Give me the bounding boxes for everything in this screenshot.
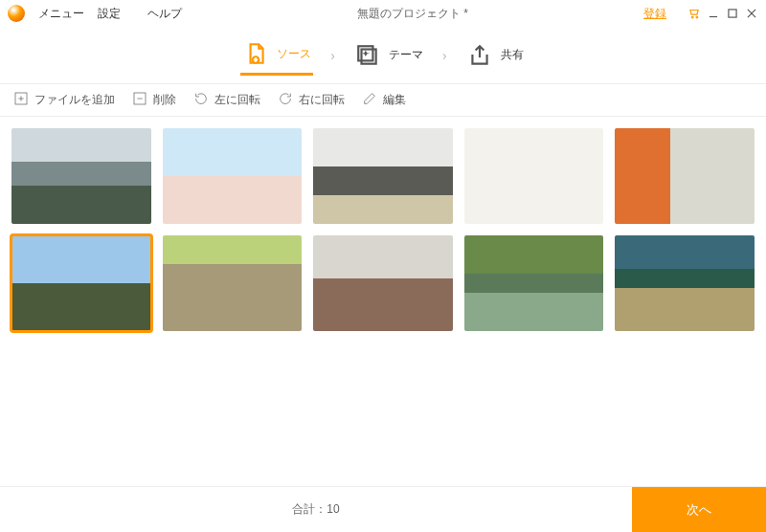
menu-settings[interactable]: 設定	[98, 6, 121, 22]
step-theme[interactable]: テーマ	[352, 36, 425, 75]
theme-icon	[354, 42, 381, 69]
share-icon	[466, 42, 493, 69]
add-files-button[interactable]: ファイルを追加	[13, 91, 115, 109]
edit-button[interactable]: 編集	[362, 91, 406, 109]
thumbnail[interactable]	[615, 128, 755, 224]
menu-menu[interactable]: メニュー	[38, 6, 84, 22]
thumbnail[interactable]	[313, 235, 453, 331]
thumbnail[interactable]	[615, 235, 755, 331]
thumbnail[interactable]	[313, 128, 453, 224]
source-icon	[242, 40, 269, 67]
edit-icon	[362, 91, 377, 109]
rotate-right-label: 右に回転	[299, 92, 345, 108]
rotate-right-button[interactable]: 右に回転	[278, 91, 345, 109]
toolbar: ファイルを追加 削除 左に回転 右に回転 編集	[0, 84, 766, 117]
step-theme-label: テーマ	[389, 47, 423, 63]
next-button[interactable]: 次へ	[632, 487, 766, 533]
chevron-right-icon: ›	[330, 48, 335, 63]
footer: 合計：10 次へ	[0, 486, 766, 532]
delete-label: 削除	[153, 92, 176, 108]
plus-icon	[13, 91, 29, 109]
minus-icon	[132, 91, 147, 109]
register-link[interactable]: 登録	[643, 6, 666, 22]
svg-rect-3	[729, 10, 736, 17]
edit-label: 編集	[383, 92, 406, 108]
delete-button[interactable]: 削除	[132, 91, 176, 109]
thumbnail[interactable]	[163, 235, 303, 331]
chevron-right-icon: ›	[442, 48, 447, 63]
cart-icon[interactable]	[687, 7, 701, 20]
rotate-left-button[interactable]: 左に回転	[193, 91, 260, 109]
step-source-label: ソース	[277, 46, 311, 62]
svg-point-0	[691, 16, 693, 18]
thumbnail[interactable]	[464, 128, 604, 224]
rotate-left-label: 左に回転	[214, 92, 260, 108]
maximize-button[interactable]	[726, 7, 739, 20]
rotate-right-icon	[278, 91, 293, 109]
menu-bar: メニュー 設定 ヘルプ 無題のプロジェクト * 登録	[0, 0, 766, 27]
svg-point-1	[696, 16, 698, 18]
gallery	[0, 117, 766, 486]
app-logo	[8, 5, 25, 22]
total-count: 合計：10	[0, 501, 632, 518]
step-share[interactable]: 共有	[464, 36, 526, 75]
step-share-label: 共有	[501, 47, 524, 63]
add-files-label: ファイルを追加	[34, 92, 115, 108]
project-title: 無題のプロジェクト *	[195, 6, 630, 22]
menu-help[interactable]: ヘルプ	[147, 6, 182, 22]
step-source[interactable]: ソース	[240, 34, 313, 76]
thumbnail[interactable]	[11, 235, 151, 331]
thumbnail[interactable]	[464, 235, 604, 331]
thumbnail[interactable]	[163, 128, 303, 224]
minimize-button[interactable]	[707, 7, 720, 20]
rotate-left-icon	[193, 91, 209, 109]
step-nav: ソース › テーマ › 共有	[0, 27, 766, 84]
close-button[interactable]	[745, 7, 758, 20]
thumbnail[interactable]	[11, 128, 151, 224]
